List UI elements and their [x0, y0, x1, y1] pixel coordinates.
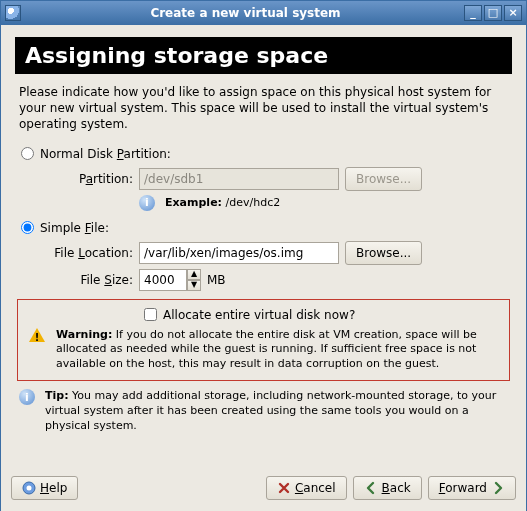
radio-simple-file[interactable]: Simple File: — [21, 221, 512, 235]
partition-browse-button: Browse... — [345, 167, 422, 191]
minimize-button[interactable]: _ — [464, 5, 482, 21]
button-bar: Help Cancel Back Forward — [1, 468, 526, 511]
file-location-input[interactable] — [139, 242, 339, 264]
tip-text: Tip: You may add additional storage, inc… — [45, 389, 510, 434]
titlebar-buttons: _ □ × — [464, 5, 522, 21]
file-browse-button[interactable]: Browse... — [345, 241, 422, 265]
file-size-spinner[interactable]: ▲ ▼ — [139, 269, 201, 291]
dialog-window: Create a new virtual system _ □ × Assign… — [0, 0, 527, 511]
radio-simple-file-input[interactable] — [21, 221, 34, 234]
partition-input — [139, 168, 339, 190]
partition-label: Partition: — [49, 172, 133, 186]
spin-down-button[interactable]: ▼ — [187, 280, 201, 291]
warning-box: Allocate entire virtual disk now? ! Warn… — [17, 299, 510, 382]
cancel-button[interactable]: Cancel — [266, 476, 347, 500]
info-icon: i — [139, 195, 155, 211]
option-normal-partition: Normal Disk Partition: Partition: Browse… — [21, 147, 512, 211]
maximize-button[interactable]: □ — [484, 5, 502, 21]
cancel-icon — [277, 481, 291, 495]
svg-point-1 — [27, 485, 32, 490]
file-size-label: File Size: — [49, 273, 133, 287]
titlebar[interactable]: Create a new virtual system _ □ × — [1, 1, 526, 25]
info-icon: i — [19, 389, 35, 405]
window-title: Create a new virtual system — [27, 6, 464, 20]
intro-text: Please indicate how you'd like to assign… — [19, 84, 508, 133]
file-location-label: File Location: — [49, 246, 133, 260]
dialog-content: Assigning storage space Please indicate … — [1, 25, 526, 468]
help-icon — [22, 481, 36, 495]
back-button[interactable]: Back — [353, 476, 422, 500]
radio-normal-partition[interactable]: Normal Disk Partition: — [21, 147, 512, 161]
option-simple-file: Simple File: File Location: Browse... Fi… — [21, 221, 512, 291]
app-icon — [5, 5, 21, 21]
allocate-checkbox[interactable] — [144, 308, 157, 321]
tip-row: i Tip: You may add additional storage, i… — [19, 389, 510, 434]
forward-icon — [491, 481, 505, 495]
page-heading: Assigning storage space — [15, 37, 512, 74]
spin-up-button[interactable]: ▲ — [187, 269, 201, 280]
close-button[interactable]: × — [504, 5, 522, 21]
help-button[interactable]: Help — [11, 476, 78, 500]
radio-simple-label: Simple File: — [40, 221, 109, 235]
radio-normal-partition-input[interactable] — [21, 147, 34, 160]
warning-icon: ! — [28, 328, 46, 344]
warning-text: Warning: If you do not allocate the enti… — [56, 328, 497, 373]
back-icon — [364, 481, 378, 495]
radio-normal-label: Normal Disk Partition: — [40, 147, 171, 161]
allocate-label: Allocate entire virtual disk now? — [163, 308, 355, 322]
file-size-input[interactable] — [139, 269, 187, 291]
file-size-unit: MB — [207, 273, 226, 287]
forward-button[interactable]: Forward — [428, 476, 516, 500]
example-label: Example: /dev/hdc2 — [165, 196, 280, 209]
